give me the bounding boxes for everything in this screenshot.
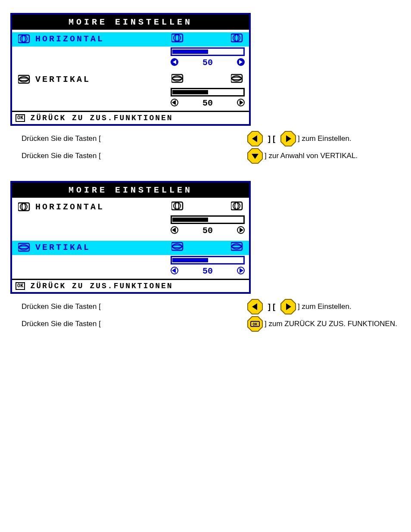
right-button-icon [280,131,296,146]
ok-icon: OK [16,282,25,290]
instruction-text: Drücken Sie die Tasten [ ] [ ] zum Einst… [22,131,401,146]
slider-value: 50 [202,266,213,276]
menu-item-horizontal[interactable]: HORIZONTAL [12,200,249,215]
menu-item-horizontal[interactable]: HORIZONTAL [12,32,249,47]
menu-item-vertical[interactable]: VERTIKAL [12,73,249,87]
footer-label: ZÜRÜCK ZU ZUS.FUNKTIONEN [30,114,173,122]
menu-item-label: VERTIKAL [34,73,171,86]
vmoire-icon [171,74,184,85]
right-button-icon [280,299,296,314]
decrease-icon[interactable] [171,226,178,236]
decrease-icon[interactable] [171,99,178,108]
footer-label: ZÜRÜCK ZU ZUS.FUNKTIONEN [30,282,173,290]
slider-value: 50 [202,226,213,236]
left-button-icon [247,131,263,146]
instruction-text: Drücken Sie die Tasten [ ] [ ] zum Einst… [22,299,401,314]
osd-footer[interactable]: OK ZÜRÜCK ZU ZUS.FUNKTIONEN [12,111,249,124]
hmoire-icon [12,200,34,212]
increase-icon[interactable] [237,226,245,236]
slider-horizontal[interactable] [171,47,245,56]
osd-panel-1: MOIRE EINSTELLEN HORIZONTAL [10,13,251,126]
vmoire-icon [12,241,34,252]
instruction-text: Drücken Sie die Tasten [ ] zur Anwahl vo… [22,148,401,164]
hmoire-icon [12,32,34,44]
slider-vertical[interactable] [171,88,245,96]
increase-icon[interactable] [237,267,245,276]
vmoire-icon [231,74,244,85]
hmoire-icon [171,201,184,213]
svg-text:OK: OK [253,322,258,327]
menu-item-label: VERTIKAL [34,241,171,254]
ok-icon: OK [16,114,25,122]
instruction-text: Drücken Sie die Tasten [ OK ] zum ZURÜCK… [22,316,401,332]
left-button-icon [247,299,263,314]
vmoire-icon [231,242,244,253]
increase-icon[interactable] [237,58,245,68]
slider-vertical[interactable] [171,256,245,264]
ok-button-icon: OK [247,316,263,332]
hmoire-icon [171,33,184,45]
osd-title: MOIRE EINSTELLEN [12,183,249,198]
menu-item-vertical[interactable]: VERTIKAL [12,241,249,255]
decrease-icon[interactable] [171,267,178,276]
osd-footer[interactable]: OK ZÜRÜCK ZU ZUS.FUNKTIONEN [12,279,249,292]
slider-horizontal[interactable] [171,215,245,224]
vmoire-icon [12,73,34,84]
slider-value: 50 [202,58,213,68]
down-button-icon [247,148,263,164]
menu-item-label: HORIZONTAL [34,200,171,214]
increase-icon[interactable] [237,99,245,108]
hmoire-icon [231,201,244,213]
hmoire-icon [231,33,244,45]
menu-item-label: HORIZONTAL [34,32,171,46]
osd-title: MOIRE EINSTELLEN [12,15,249,30]
osd-panel-2: MOIRE EINSTELLEN HORIZONTAL [10,181,251,294]
slider-value: 50 [202,98,213,108]
vmoire-icon [171,242,184,253]
decrease-icon[interactable] [171,58,178,68]
